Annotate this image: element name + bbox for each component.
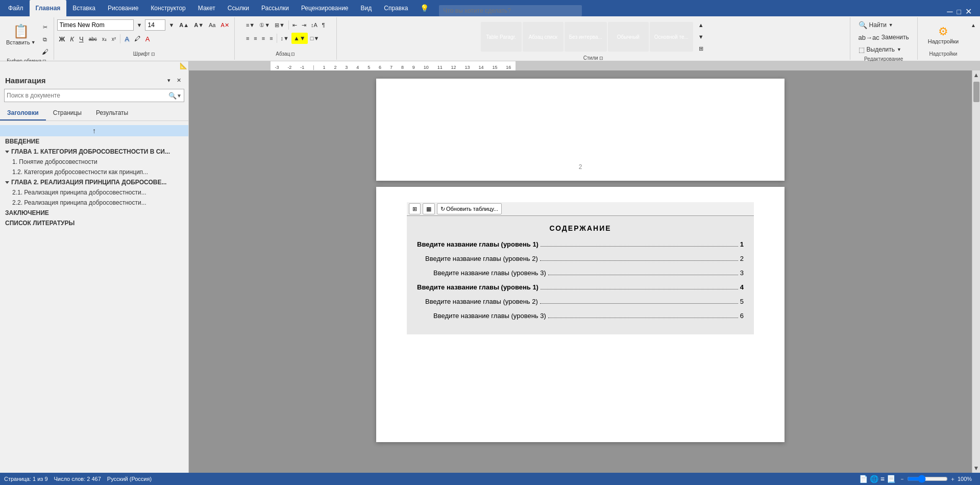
styles-scroll-down[interactable]: ▼	[696, 31, 706, 42]
decrease-font-button[interactable]: A▼	[192, 19, 206, 31]
multilevel-list-button[interactable]: ⊞▼	[273, 19, 287, 31]
scroll-down-arrow[interactable]: ▼	[973, 465, 979, 472]
nav-search-dropdown[interactable]: ▼	[177, 93, 182, 99]
view-draft-icon[interactable]: 📃	[887, 475, 895, 483]
style-table-paragraph[interactable]: Table Paragr.	[481, 22, 522, 52]
clear-format-button[interactable]: A✕	[219, 19, 231, 31]
style-list-paragraph[interactable]: Абзац списк	[523, 22, 564, 52]
decrease-indent-button[interactable]: ⇤	[290, 19, 299, 31]
style-no-spacing[interactable]: Без интерва...	[565, 22, 607, 52]
toc-entry-4[interactable]: Введите название главы (уровень 1) 4	[417, 283, 744, 292]
text-highlight-button[interactable]: 🖍	[132, 33, 142, 44]
increase-indent-button[interactable]: ⇥	[300, 19, 308, 31]
nav-item-conclusion[interactable]: ЗАКЛЮЧЕНИЕ	[0, 208, 188, 218]
nav-tab-results[interactable]: Результаты	[89, 106, 135, 120]
show-marks-button[interactable]: ¶	[320, 19, 327, 31]
zoom-level[interactable]: 100%	[958, 476, 976, 482]
vertical-scrollbar[interactable]: ▲ ▼	[972, 70, 980, 473]
toc-entry-6[interactable]: Введите название главы (уровень 3) 6	[417, 312, 744, 320]
toc-update-button[interactable]: ↻ Обновить таблицу...	[437, 203, 502, 214]
nav-tab-headings[interactable]: Заголовки	[0, 106, 46, 120]
font-size-dropdown[interactable]: ▼	[166, 19, 176, 31]
copy-button[interactable]: ⧉	[40, 34, 51, 45]
tab-home[interactable]: Главная	[30, 0, 67, 16]
font-size-input[interactable]	[145, 19, 165, 31]
nav-item-literature[interactable]: СПИСОК ЛИТЕРАТУРЫ	[0, 218, 188, 228]
tab-layout[interactable]: Макет	[192, 0, 222, 16]
find-button[interactable]: 🔍 Найти ▼	[854, 19, 897, 31]
styles-scroll-up[interactable]: ▲	[696, 19, 706, 31]
minimize-icon[interactable]: ─	[947, 7, 952, 16]
maximize-icon[interactable]: □	[957, 8, 961, 16]
toc-table-icon-button[interactable]: ⊞	[409, 203, 421, 214]
nav-item-intro[interactable]: ВВЕДЕНИЕ	[0, 136, 188, 147]
paste-button[interactable]: 📋 Вставить ▼	[3, 19, 39, 49]
tab-mailings[interactable]: Рассылки	[255, 0, 295, 16]
view-web-icon[interactable]: 🌐	[870, 475, 878, 483]
tab-view[interactable]: Вид	[355, 0, 378, 16]
nav-item-1-2[interactable]: 1.2. Категория добросовестности как прин…	[0, 167, 188, 177]
shading-button[interactable]: ▲▼	[291, 33, 308, 44]
font-name-input[interactable]	[57, 19, 134, 31]
toc-entry-3[interactable]: Введите название главы (уровень 3) 3	[417, 269, 744, 277]
ruler-icon[interactable]: 📐	[180, 62, 187, 69]
paragraph-expand-icon[interactable]: ⊡	[291, 52, 295, 57]
font-expand-icon[interactable]: ⊡	[151, 52, 155, 57]
nav-close-button[interactable]: ✕	[175, 75, 183, 86]
tab-review[interactable]: Рецензирование	[295, 0, 355, 16]
zoom-range[interactable]	[907, 475, 948, 483]
cut-button[interactable]: ✂	[40, 21, 51, 33]
nav-item-arrow[interactable]: ↑	[0, 125, 188, 136]
styles-more[interactable]: ⊞	[696, 43, 706, 54]
nav-search-icon[interactable]: 🔍	[168, 92, 177, 100]
tab-lightbulb[interactable]: 💡	[414, 0, 435, 16]
tab-file[interactable]: Файл	[2, 0, 30, 16]
collapse-ribbon-button[interactable]: ▲	[969, 19, 978, 31]
nav-item-2-2[interactable]: 2.2. Реализация принципа добросовестност…	[0, 198, 188, 208]
align-center-button[interactable]: ≡	[252, 33, 259, 44]
line-spacing-button[interactable]: ↕▼	[279, 33, 291, 44]
align-left-button[interactable]: ≡	[244, 33, 251, 44]
nav-search-input[interactable]	[7, 92, 168, 99]
what-to-do-input[interactable]	[439, 5, 582, 16]
nav-item-2-1[interactable]: 2.1. Реализация принципа добросовестност…	[0, 187, 188, 198]
italic-button[interactable]: К	[68, 33, 76, 44]
zoom-slider[interactable]: － ＋ 100%	[899, 475, 976, 483]
style-default-text[interactable]: Основной те...	[650, 22, 693, 52]
nav-item-chapter2[interactable]: ГЛАВА 2. РЕАЛИЗАЦИЯ ПРИНЦИПА ДОБРОСОВЕ..…	[0, 177, 188, 187]
zoom-out-icon[interactable]: －	[899, 475, 905, 483]
format-painter-button[interactable]: 🖌	[40, 46, 51, 57]
tab-draw[interactable]: Рисование	[102, 0, 144, 16]
underline-button[interactable]: Ч	[77, 33, 86, 44]
justify-button[interactable]: ≡	[267, 33, 275, 44]
tab-insert[interactable]: Вставка	[66, 0, 102, 16]
nav-item-1-1[interactable]: 1. Понятие добросовестности	[0, 157, 188, 167]
font-color-button[interactable]: A	[143, 33, 152, 44]
subscript-button[interactable]: x₂	[100, 33, 109, 44]
align-right-button[interactable]: ≡	[260, 33, 267, 44]
font-name-dropdown[interactable]: ▼	[135, 19, 144, 31]
tab-refs[interactable]: Ссылки	[222, 0, 255, 16]
superscript-button[interactable]: x²	[110, 33, 118, 44]
replace-button[interactable]: ab→ac Заменить	[854, 32, 913, 43]
select-button[interactable]: ⬚ Выделить ▼	[854, 44, 905, 55]
view-outline-icon[interactable]: ≡	[880, 475, 885, 483]
toc-entry-2[interactable]: Введите название главы (уровень 2) 2	[417, 255, 744, 263]
strikethrough-button[interactable]: abc	[87, 33, 99, 44]
scroll-up-arrow[interactable]: ▲	[973, 71, 979, 79]
scroll-thumb[interactable]	[973, 82, 979, 102]
sort-button[interactable]: ↕A	[309, 19, 320, 31]
toc-entry-1[interactable]: Введите название главы (уровень 1) 1	[417, 240, 744, 249]
tab-help[interactable]: Справка	[378, 0, 414, 16]
nav-tab-pages[interactable]: Страницы	[46, 106, 89, 120]
bullets-button[interactable]: ≡▼	[244, 19, 257, 31]
borders-button[interactable]: □▼	[308, 33, 322, 44]
nav-collapse-button[interactable]: ▾	[165, 75, 173, 86]
zoom-in-icon[interactable]: ＋	[950, 475, 955, 483]
bold-button[interactable]: Ж	[57, 33, 67, 44]
view-print-icon[interactable]: 📄	[859, 475, 868, 483]
styles-expand-icon[interactable]: ⊡	[599, 56, 603, 61]
increase-font-button[interactable]: A▲	[177, 19, 191, 31]
numbering-button[interactable]: ①▼	[257, 19, 272, 31]
toc-layout-button[interactable]: ▦	[423, 203, 435, 214]
